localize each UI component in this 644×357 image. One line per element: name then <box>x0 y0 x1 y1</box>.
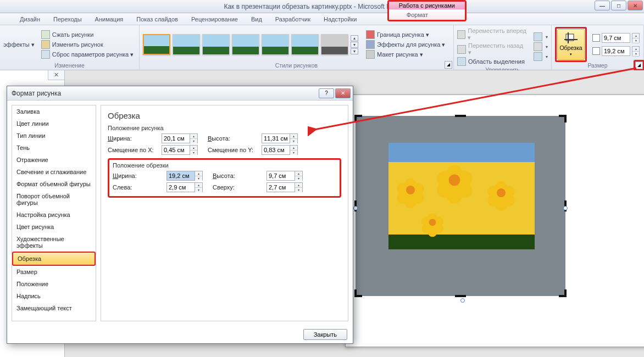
gallery-up-button[interactable]: ▴ <box>351 35 358 41</box>
selection-pane-button[interactable]: Область выделения <box>457 57 528 66</box>
spinner[interactable]: ▴▾ <box>195 182 203 192</box>
height-field[interactable]: 9,7 см <box>602 33 630 43</box>
gallery-down-button[interactable]: ▾ <box>351 42 358 48</box>
group-icon <box>534 42 542 51</box>
tab-slideshow[interactable]: Показ слайдов <box>136 16 178 23</box>
align-button[interactable]: ▾ <box>534 32 548 42</box>
style-thumb[interactable] <box>321 34 348 55</box>
bring-forward-button[interactable]: Переместить вперед ▾ <box>457 27 528 42</box>
crop-handle-tr[interactable] <box>557 115 567 125</box>
format-tab[interactable]: Формат <box>389 10 465 20</box>
crop-frame[interactable] <box>356 116 565 296</box>
tab-animation[interactable]: Анимация <box>95 16 124 23</box>
svg-rect-1 <box>568 32 569 43</box>
send-backward-button[interactable]: Переместить назад ▾ <box>457 42 528 57</box>
spinner[interactable]: ▴▾ <box>295 171 303 181</box>
style-thumb[interactable] <box>232 34 259 55</box>
spinner[interactable]: ▴▾ <box>195 171 203 181</box>
style-thumb[interactable] <box>173 34 200 55</box>
nav-shadow[interactable]: Тень <box>12 142 96 154</box>
width-field[interactable]: 19,2 см <box>602 46 630 56</box>
nav-line-color[interactable]: Цвет линии <box>12 118 96 130</box>
spinner[interactable]: ▴▾ <box>190 145 198 155</box>
tab-review[interactable]: Рецензирование <box>191 16 238 23</box>
dialog-help-button[interactable]: ? <box>319 88 334 98</box>
nav-position[interactable]: Положение <box>12 278 96 290</box>
picture-border-button[interactable]: Граница рисунка ▾ <box>366 30 445 40</box>
pic-height-input[interactable] <box>262 133 290 143</box>
tab-design[interactable]: Дизайн <box>20 16 40 23</box>
crop-button[interactable]: Обрезка ▾ <box>557 29 585 60</box>
tab-developer[interactable]: Разработчик <box>275 16 310 23</box>
slide-surface[interactable] <box>345 94 644 347</box>
panel-close-button[interactable]: ✕ <box>48 70 64 80</box>
selection-handle[interactable] <box>353 206 358 210</box>
crop-handle-b[interactable] <box>455 295 466 297</box>
style-thumb[interactable] <box>262 34 289 55</box>
size-launcher[interactable]: ◢ <box>635 62 643 69</box>
spinner[interactable]: ▴▾ <box>190 133 198 143</box>
picture[interactable] <box>388 143 535 249</box>
dialog-close-button[interactable]: Закрыть <box>303 329 347 340</box>
style-thumb[interactable] <box>202 34 230 55</box>
crop-left-input[interactable] <box>166 182 195 192</box>
change-picture-button[interactable]: Изменить рисунок <box>41 40 134 49</box>
minimize-button[interactable]: — <box>595 1 610 10</box>
spinner[interactable]: ▴▾ <box>290 133 298 143</box>
styles-launcher[interactable]: ◢ <box>445 61 452 69</box>
nav-3d-format[interactable]: Формат объемной фигуры <box>12 178 96 190</box>
artistic-effects-button[interactable]: эффекты ▾ <box>3 41 35 48</box>
nav-reflection[interactable]: Отражение <box>12 154 96 166</box>
spinner[interactable]: ▴▾ <box>290 145 298 155</box>
dialog-heading: Обрезка <box>108 111 341 120</box>
pic-offsetx-input[interactable] <box>162 145 190 155</box>
height-spinner[interactable]: ▴▾ <box>632 33 640 43</box>
compress-pictures-button[interactable]: Сжать рисунки <box>41 30 134 39</box>
crop-height-input[interactable] <box>267 171 295 181</box>
maximize-button[interactable]: □ <box>611 1 626 10</box>
crop-handle-br[interactable] <box>557 287 567 297</box>
crop-handle-t[interactable] <box>455 115 466 117</box>
gallery-more-button[interactable]: ▾ <box>351 48 358 54</box>
nav-3d-rotation[interactable]: Поворот объемной фигуры <box>12 190 96 209</box>
style-thumb[interactable] <box>291 34 319 55</box>
picture-tools-context: Работа с рисунками Формат <box>387 0 467 21</box>
size-group-label: Размер <box>555 62 640 70</box>
picture-effects-button[interactable]: Эффекты для рисунка ▾ <box>366 40 445 49</box>
nav-artistic-effects[interactable]: Художественные эффекты <box>12 233 96 252</box>
nav-line-style[interactable]: Тип линии <box>12 130 96 142</box>
dialog-close-x-button[interactable]: ✕ <box>335 88 351 98</box>
tab-view[interactable]: Вид <box>251 16 262 23</box>
picture-layout-button[interactable]: Макет рисунка ▾ <box>366 49 445 59</box>
style-thumb[interactable] <box>143 34 170 55</box>
nav-picture-corrections[interactable]: Настройка рисунка <box>12 209 96 221</box>
send-backward-icon <box>457 45 466 54</box>
styles-group-label: Стили рисунков <box>143 62 450 70</box>
spinner[interactable]: ▴▾ <box>295 182 303 192</box>
tab-addins[interactable]: Надстройки <box>324 16 357 23</box>
selection-handle[interactable] <box>460 298 465 303</box>
crop-handle-bl[interactable] <box>354 287 364 297</box>
group-button[interactable]: ▾ <box>534 42 548 52</box>
crop-handle-tl[interactable] <box>354 115 364 125</box>
nav-textbox[interactable]: Надпись <box>12 290 96 302</box>
crop-width-input[interactable] <box>166 171 195 181</box>
selection-handle[interactable] <box>563 206 568 210</box>
pic-offsety-input[interactable] <box>262 145 290 155</box>
crop-top-input[interactable] <box>267 182 295 192</box>
tab-transitions[interactable]: Переходы <box>53 16 82 23</box>
rotate-button[interactable]: ▾ <box>534 52 548 62</box>
close-window-button[interactable]: ✕ <box>628 1 643 10</box>
nav-crop[interactable]: Обрезка <box>12 252 96 266</box>
width-spinner[interactable]: ▴▾ <box>632 46 640 56</box>
nav-picture-color[interactable]: Цвет рисунка <box>12 221 96 233</box>
nav-alt-text[interactable]: Замещающий текст <box>12 302 96 314</box>
nav-glow[interactable]: Свечение и сглаживание <box>12 166 96 178</box>
reset-picture-button[interactable]: Сброс параметров рисунка ▾ <box>41 50 134 59</box>
nav-fill[interactable]: Заливка <box>12 105 96 118</box>
nav-size[interactable]: Размер <box>12 266 96 278</box>
pic-width-input[interactable] <box>162 133 190 143</box>
picture-styles-gallery[interactable]: ▴ ▾ ▾ <box>143 34 358 55</box>
selection-pane-icon <box>457 57 466 66</box>
format-picture-dialog: Формат рисунка ? ✕ Заливка Цвет линии Ти… <box>7 86 353 344</box>
